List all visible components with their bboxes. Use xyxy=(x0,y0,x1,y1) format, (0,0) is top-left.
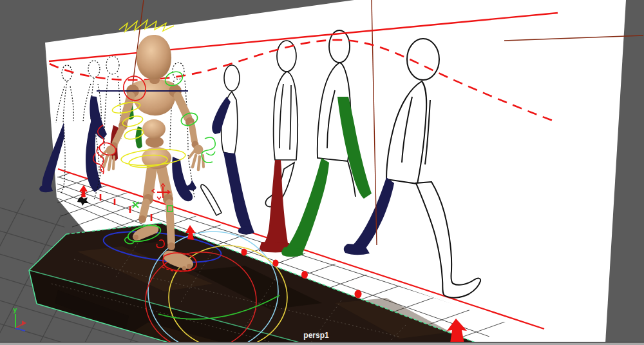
character-head[interactable] xyxy=(137,35,171,79)
viewport-canvas[interactable]: y persp1 xyxy=(0,0,644,345)
viewport-border xyxy=(0,342,644,345)
camera-label: persp1 xyxy=(303,331,329,340)
maya-perspective-viewport[interactable]: y persp1 xyxy=(0,0,644,345)
y-axis-label: y xyxy=(13,306,17,314)
character-abdomen[interactable] xyxy=(142,119,166,139)
